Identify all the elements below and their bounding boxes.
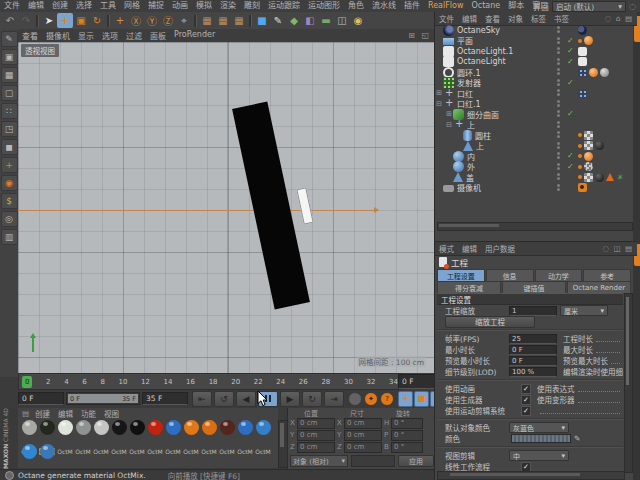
attribute-horizontal-scrollbar[interactable] bbox=[437, 471, 625, 480]
expand-toggle-icon[interactable]: ⊞ bbox=[445, 109, 453, 119]
visibility-dots[interactable] bbox=[557, 173, 560, 180]
object-row[interactable]: 摄像机 bbox=[435, 183, 633, 194]
eyedropper-icon[interactable]: ✎ bbox=[574, 434, 580, 443]
value-field[interactable]: 25 bbox=[509, 334, 557, 344]
menu-item[interactable]: 角色 bbox=[344, 0, 368, 12]
toolbar-button[interactable]: + bbox=[112, 13, 128, 28]
object-tag-icon[interactable] bbox=[584, 141, 593, 150]
keying-toggle[interactable]: ■ bbox=[414, 391, 429, 407]
menu-item[interactable]: 网格 bbox=[120, 0, 144, 12]
position-field[interactable]: 0 cm bbox=[297, 442, 335, 453]
object-tag-icon[interactable] bbox=[578, 68, 587, 77]
toolbar-button[interactable]: ✎ bbox=[270, 13, 286, 28]
viewport-menu-item[interactable]: 过滤 bbox=[122, 30, 146, 41]
material-thumbnail[interactable]: OctM bbox=[56, 419, 74, 443]
value-field[interactable]: 0 F bbox=[509, 356, 557, 366]
toolbar-button[interactable]: ➤ bbox=[41, 13, 57, 28]
toolbar-button[interactable]: ▦ bbox=[231, 13, 247, 28]
material-thumbnail[interactable]: OctM bbox=[218, 419, 236, 443]
color-swatch[interactable] bbox=[511, 434, 571, 443]
object-name[interactable]: 平面 bbox=[457, 35, 473, 46]
object-row[interactable]: ⊞ 细分曲面 ✓ bbox=[435, 109, 633, 120]
checkbox[interactable]: ✓ bbox=[521, 395, 531, 405]
toolbar-button[interactable] bbox=[36, 15, 39, 27]
attribute-menu-item[interactable]: 用户数据 bbox=[485, 243, 515, 254]
object-name[interactable]: 口红.1 bbox=[457, 98, 481, 109]
left-toolbar-button[interactable]: ◉ bbox=[1, 175, 18, 191]
value-field[interactable]: 100 % bbox=[509, 367, 557, 377]
object-name[interactable]: OctaneSky bbox=[457, 26, 500, 35]
left-toolbar-button[interactable]: ✎ bbox=[1, 31, 18, 47]
material-thumbnail[interactable]: OctM bbox=[20, 419, 38, 443]
visibility-dots[interactable] bbox=[557, 131, 560, 138]
toolbar-button[interactable]: ▬ bbox=[318, 13, 334, 28]
object-name[interactable]: 圆柱 bbox=[475, 130, 491, 141]
checkbox[interactable]: ✓ bbox=[521, 406, 531, 416]
object-tag-icon[interactable] bbox=[578, 57, 587, 66]
enabled-check[interactable]: ✓ bbox=[567, 162, 574, 171]
next-frame-button[interactable]: ▶ bbox=[280, 391, 300, 407]
material-thumbnail[interactable]: OctM bbox=[110, 419, 128, 443]
object-tag-icon[interactable] bbox=[606, 173, 614, 181]
enabled-check[interactable]: ✓ bbox=[567, 78, 574, 87]
menu-item[interactable]: 流水线 bbox=[368, 0, 400, 12]
object-name[interactable]: 内 bbox=[467, 151, 475, 162]
attribute-manager-icons[interactable]: ◌ ◫ ▤ bbox=[603, 244, 638, 253]
object-row[interactable]: 圆环.1 bbox=[435, 67, 633, 78]
object-name[interactable]: 发射器 bbox=[457, 77, 481, 88]
rotation-field[interactable]: 0 ° bbox=[391, 418, 423, 429]
object-tag-icon[interactable] bbox=[595, 141, 604, 150]
object-row[interactable]: 圆柱 bbox=[435, 130, 633, 141]
material-thumbnail[interactable]: OctM bbox=[74, 419, 92, 443]
menu-item[interactable]: 雕刻 bbox=[240, 0, 264, 12]
toolbar-button[interactable]: ↶ bbox=[2, 13, 18, 28]
record-button[interactable]: ✦ bbox=[364, 392, 378, 406]
toolbar-button[interactable]: Ⓧ bbox=[128, 13, 144, 28]
menu-item[interactable]: 模拟 bbox=[192, 0, 216, 12]
object-tag-icon[interactable] bbox=[578, 183, 587, 192]
enabled-check[interactable]: ✓ bbox=[567, 57, 574, 66]
visibility-dots[interactable] bbox=[557, 110, 560, 117]
object-row[interactable]: OctaneSky bbox=[435, 25, 633, 36]
object-name[interactable]: 上 bbox=[476, 140, 484, 151]
object-menu-item[interactable]: 书签 bbox=[554, 13, 569, 24]
viewport-layout-icons[interactable]: ⊞ ◱ bbox=[408, 31, 434, 40]
search-icon[interactable]: ◌ bbox=[629, 2, 636, 11]
value-field[interactable]: 0 F bbox=[509, 345, 557, 355]
viewport-menu-item[interactable]: ProRender bbox=[170, 30, 219, 41]
visibility-dots[interactable] bbox=[557, 79, 560, 86]
expand-toggle-icon[interactable]: ⊟ bbox=[435, 99, 443, 109]
goto-start-button[interactable]: ⇤ bbox=[192, 391, 212, 407]
viewport[interactable]: 透视视图 网格间距 : 100 cm bbox=[18, 42, 434, 373]
material-thumbnail[interactable]: OctM bbox=[92, 419, 110, 443]
enabled-check[interactable]: ✓ bbox=[567, 46, 574, 55]
checkbox[interactable]: ✓ bbox=[521, 384, 531, 394]
section-header[interactable]: 工程设置 bbox=[437, 293, 623, 305]
material-menu-item[interactable]: 编辑 bbox=[58, 408, 73, 419]
rotation-field[interactable]: 0 ° bbox=[391, 442, 423, 453]
scale-project-button[interactable]: 缩放工程 bbox=[445, 316, 535, 328]
toolbar-button[interactable]: Ⓩ bbox=[160, 13, 176, 28]
visibility-dots[interactable] bbox=[557, 121, 560, 128]
menu-item[interactable]: 选择 bbox=[72, 0, 96, 12]
object-row[interactable]: OctaneLight ✓ bbox=[435, 57, 633, 68]
toolbar-button[interactable]: ◧ bbox=[302, 13, 318, 28]
material-menu-item[interactable]: 视图 bbox=[104, 408, 119, 419]
enabled-check[interactable]: ✓ bbox=[567, 109, 574, 118]
object-row[interactable]: ⊟ 口红.1 bbox=[435, 99, 633, 110]
material-thumbnail[interactable]: OctM bbox=[164, 419, 182, 443]
object-tag-icon[interactable] bbox=[584, 131, 593, 140]
visibility-dots[interactable] bbox=[557, 26, 560, 33]
keying-toggle[interactable]: + bbox=[398, 391, 413, 407]
linear-workflow-checkbox[interactable]: ✓ bbox=[521, 462, 531, 472]
visibility-dots[interactable] bbox=[557, 58, 560, 65]
viewport-menu-item[interactable]: 摄像机 bbox=[42, 30, 74, 41]
view-label[interactable]: 透视视图 bbox=[21, 44, 59, 57]
object-tag-icon[interactable] bbox=[578, 144, 582, 148]
size-field[interactable]: 0 cm bbox=[344, 442, 382, 453]
toolbar-button[interactable] bbox=[107, 15, 110, 27]
visibility-dots[interactable] bbox=[557, 163, 560, 170]
left-toolbar-button[interactable]: + bbox=[1, 157, 18, 173]
menu-item[interactable]: 运动跟踪 bbox=[264, 0, 304, 12]
toolbar-button[interactable]: ↻ bbox=[89, 13, 105, 28]
